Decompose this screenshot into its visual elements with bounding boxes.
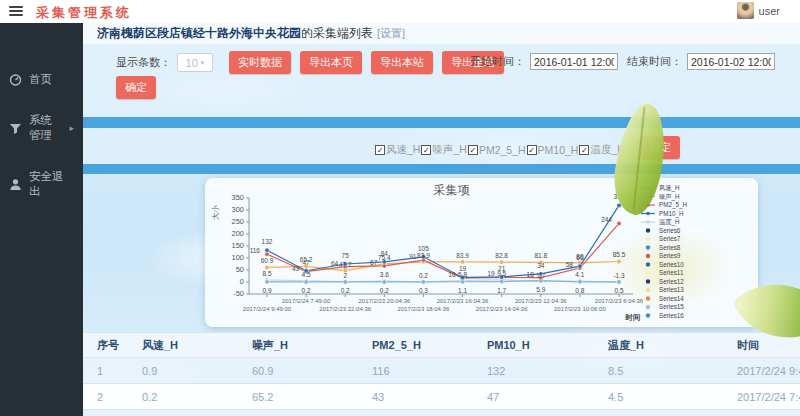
svg-text:200: 200 (231, 229, 244, 238)
svg-text:Series15: Series15 (659, 303, 684, 310)
divider-strip (83, 164, 800, 174)
menu-toggle-icon[interactable] (9, 6, 23, 18)
svg-text:4.5: 4.5 (302, 271, 311, 278)
svg-text:150: 150 (231, 241, 244, 250)
select-caret-icon: ▾ (201, 59, 205, 67)
station-name: 济南槐荫区段店镇经十路外海中央花园 (97, 25, 301, 42)
series-checkbox-PM2_5_H[interactable]: ✓PM2_5_H (468, 144, 526, 156)
svg-text:Series9: Series9 (659, 252, 681, 259)
svg-text:81.8: 81.8 (534, 252, 547, 259)
app-window: 采集管理系统 user 首页 系统管理 ▸ (0, 0, 800, 416)
svg-text:83.9: 83.9 (417, 252, 430, 259)
filter-confirm-button[interactable]: 确定 (116, 76, 156, 99)
svg-text:-50: -50 (233, 289, 244, 298)
svg-text:PM10_H: PM10_H (659, 210, 684, 218)
svg-text:300: 300 (231, 205, 244, 214)
start-time-label: 开始时间： (470, 54, 525, 69)
cell: 132 (487, 365, 608, 377)
svg-text:1.7: 1.7 (497, 287, 506, 294)
series-confirm-button[interactable]: 确定 (640, 136, 680, 159)
svg-text:0.2: 0.2 (419, 272, 428, 279)
action-buttons: 实时数据导出本页导出本站导出全站 (229, 51, 504, 74)
series-checkbox-PM10_H[interactable]: ✓PM10_H (527, 144, 579, 156)
svg-text:Series13: Series13 (659, 286, 684, 293)
svg-text:Series16: Series16 (659, 312, 684, 319)
table-header-row: 序号风速_H噪声_HPM2_5_HPM10_H温度_H时间 (83, 332, 800, 358)
chart-card: 采集项 350300250200150100500-50大小2017/2/24 … (205, 178, 758, 327)
chart-title: 采集项 (205, 182, 698, 199)
svg-text:2017/2/23 14:04:36: 2017/2/23 14:04:36 (476, 306, 528, 312)
svg-text:1.1: 1.1 (458, 287, 467, 294)
svg-text:50: 50 (236, 265, 244, 274)
svg-text:60.9: 60.9 (261, 257, 274, 264)
series-checkbox-噪声_H[interactable]: ✓噪声_H (421, 143, 466, 157)
dashboard-icon (9, 73, 22, 86)
series-checkbox-风速_H[interactable]: ✓风速_H (375, 143, 420, 157)
svg-text:2017/2/24 9:49:00: 2017/2/24 9:49:00 (243, 306, 292, 312)
export-current-page-button[interactable]: 导出本页 (300, 51, 362, 74)
svg-text:温度_H: 温度_H (659, 218, 680, 226)
export-current-station-button[interactable]: 导出本站 (371, 51, 433, 74)
svg-text:18: 18 (527, 271, 535, 278)
submenu-arrow-icon: ▸ (69, 123, 74, 133)
table-body: 10.960.91161328.52017/2/24 9:49:0020.265… (83, 358, 800, 416)
checkbox-check-icon: ✓ (468, 145, 478, 155)
settings-link[interactable]: [设置] (377, 26, 405, 41)
svg-text:244: 244 (601, 216, 612, 223)
display-count-label: 显示条数： (116, 55, 171, 70)
svg-text:34: 34 (537, 262, 545, 269)
svg-text:19: 19 (487, 270, 495, 277)
svg-text:Series14: Series14 (659, 295, 684, 302)
svg-text:75: 75 (342, 252, 350, 259)
svg-text:Series10: Series10 (659, 261, 684, 268)
end-time-input[interactable] (687, 53, 775, 70)
svg-text:2: 2 (343, 272, 347, 279)
app-title: 采集管理系统 (36, 4, 132, 22)
cell: 2017/2/24 9:49:00 (737, 365, 800, 377)
checkbox-check-icon: ✓ (527, 145, 537, 155)
display-count-select[interactable]: 10 ▾ (177, 53, 213, 72)
svg-text:132: 132 (262, 238, 273, 245)
table-row: 30.247.7647522017/2/23 22:04:36 (83, 410, 800, 416)
cell: 47 (487, 391, 608, 403)
checkbox-check-icon: ✓ (579, 145, 589, 155)
checkbox-label: PM10_H (538, 144, 579, 156)
realtime-data-button[interactable]: 实时数据 (229, 51, 291, 74)
column-header: 时间 (737, 338, 800, 353)
series-checkbox-温度_H[interactable]: ✓温度_H (579, 143, 624, 157)
table-row: 20.265.243474.52017/2/24 7:49:00 (83, 384, 800, 410)
series-checkbox-group: ✓风速_H✓噪声_H✓PM2_5_H✓PM10_H✓温度_H (375, 139, 626, 157)
cell: 0.9 (142, 365, 252, 377)
checkbox-label: 温度_H (590, 143, 624, 157)
svg-text:16: 16 (448, 271, 456, 278)
sidebar-item-home[interactable]: 首页 (0, 59, 83, 100)
column-header: 序号 (97, 338, 142, 353)
svg-text:Series7: Series7 (659, 235, 681, 242)
collection-items-chart: 350300250200150100500-50大小2017/2/24 9:49… (205, 178, 758, 327)
svg-text:82.8: 82.8 (495, 252, 508, 259)
svg-text:83.9: 83.9 (456, 252, 469, 259)
series-filter-panel: ✓风速_H✓噪声_H✓PM2_5_H✓PM10_H✓温度_H 确定 (83, 128, 800, 164)
sidebar-item-label: 首页 (29, 72, 52, 87)
sidebar-item-logout[interactable]: 安全退出 (0, 156, 83, 212)
svg-text:9.5: 9.5 (497, 270, 506, 277)
svg-text:0.8: 0.8 (575, 287, 584, 294)
user-menu[interactable]: user (737, 2, 780, 19)
svg-text:5.8: 5.8 (458, 271, 467, 278)
svg-text:116: 116 (250, 247, 261, 254)
svg-text:85.5: 85.5 (613, 251, 626, 258)
svg-text:84: 84 (381, 250, 389, 257)
svg-text:43: 43 (292, 265, 300, 272)
svg-text:0: 0 (240, 277, 244, 286)
sidebar-item-system-management[interactable]: 系统管理 ▸ (0, 100, 83, 156)
system-icon (9, 122, 22, 135)
column-header: PM10_H (487, 339, 608, 351)
start-time-input[interactable] (530, 53, 618, 70)
checkbox-label: 噪声_H (432, 143, 466, 157)
avatar (737, 2, 754, 19)
checkbox-check-icon: ✓ (421, 145, 431, 155)
cell: 65.2 (252, 391, 372, 403)
svg-text:105: 105 (418, 245, 429, 252)
svg-text:58: 58 (566, 261, 574, 268)
svg-text:5.9: 5.9 (536, 286, 545, 293)
